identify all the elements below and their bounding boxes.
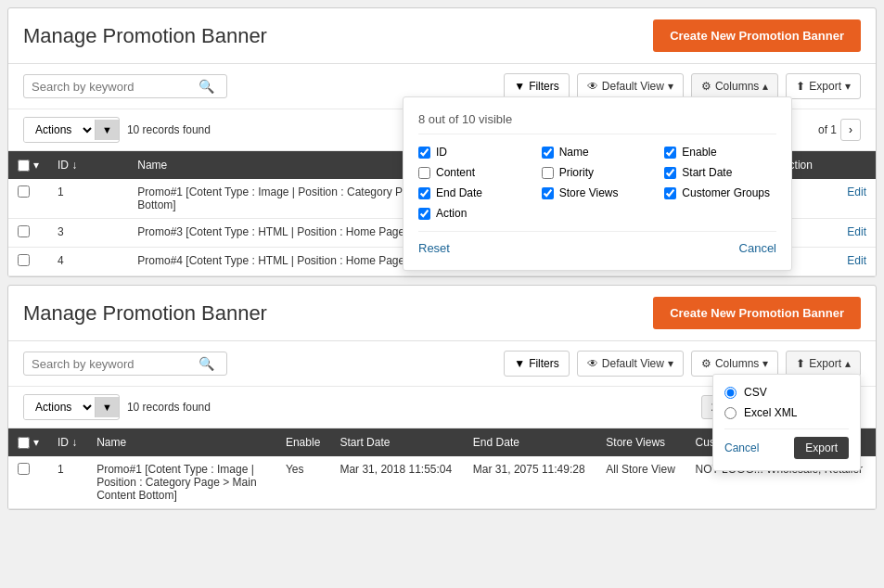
- col-checkbox-id[interactable]: [418, 147, 430, 159]
- create-banner-button-1[interactable]: Create New Promotion Banner: [653, 19, 861, 52]
- search-input-2[interactable]: [32, 357, 199, 371]
- search-box-1[interactable]: 🔍: [23, 74, 227, 98]
- col-item-enable[interactable]: Enable: [664, 146, 776, 159]
- th-store-views-2: Store Views: [596, 428, 685, 456]
- th-name-2: Name: [87, 428, 276, 456]
- edit-link-1[interactable]: Edit: [847, 185, 866, 198]
- columns-dropdown-actions: Reset Cancel: [418, 231, 776, 255]
- td-check-2: [8, 456, 48, 509]
- col-label-id: ID: [436, 146, 447, 159]
- row-checkbox-1[interactable]: [18, 185, 30, 198]
- col-item-priority[interactable]: Priority: [542, 166, 654, 179]
- upload-icon-1: ⬆: [796, 80, 805, 93]
- col-item-name[interactable]: Name: [542, 146, 654, 159]
- filters-label-1: Filters: [529, 80, 559, 93]
- filters-button-2[interactable]: ▼ Filters: [504, 351, 570, 377]
- td-id-4: 4: [48, 248, 128, 276]
- do-export-button[interactable]: Export: [794, 437, 849, 459]
- search-icon-1[interactable]: 🔍: [199, 79, 214, 94]
- th-check-2: ▾: [8, 428, 48, 456]
- columns-button-2[interactable]: ⚙ Columns ▾: [691, 351, 778, 377]
- filter-icon-2: ▼: [514, 357, 525, 370]
- panel-1-header: Manage Promotion Banner Create New Promo…: [8, 8, 876, 64]
- td-enable-2-1: Yes: [276, 456, 330, 509]
- edit-link-3[interactable]: Edit: [847, 225, 866, 238]
- row-checkbox-3[interactable]: [18, 225, 30, 237]
- col-item-start-date[interactable]: Start Date: [664, 166, 776, 179]
- export-radio-csv[interactable]: [724, 387, 737, 399]
- col-checkbox-enable[interactable]: [664, 147, 676, 159]
- columns-grid: ID Name Enable Content Priority Start Da…: [418, 146, 776, 220]
- eye-icon-1: 👁: [587, 80, 598, 93]
- select-all-checkbox-2[interactable]: [18, 437, 30, 449]
- col-item-customer-groups[interactable]: Customer Groups: [664, 186, 776, 199]
- td-id-2-1: 1: [48, 456, 87, 509]
- actions-select-1[interactable]: Actions ▼: [23, 117, 120, 143]
- export-radio-excel[interactable]: [724, 407, 737, 419]
- col-checkbox-name[interactable]: [542, 147, 554, 159]
- col-label-name: Name: [559, 146, 589, 159]
- col-checkbox-customer-groups[interactable]: [664, 187, 676, 199]
- actions-dropdown-1[interactable]: Actions: [24, 118, 95, 142]
- col-item-store-views[interactable]: Store Views: [542, 186, 654, 199]
- filters-label-2: Filters: [529, 357, 559, 370]
- search-box-2[interactable]: 🔍: [23, 352, 227, 376]
- chevron-up-icon-2: ▴: [845, 357, 851, 370]
- th-end-date-2: End Date: [464, 428, 596, 456]
- col-checkbox-start-date[interactable]: [664, 167, 676, 179]
- export-dropdown-buttons: Cancel Export: [724, 428, 849, 459]
- export-button-2[interactable]: ⬆ Export ▴: [786, 351, 861, 377]
- td-end-date-2-1: Mar 31, 2075 11:49:28: [464, 456, 596, 509]
- td-check: [8, 219, 48, 248]
- export-button-1[interactable]: ⬆ Export ▾: [786, 73, 861, 99]
- actions-arrow-2[interactable]: ▼: [95, 397, 119, 417]
- panel-2-title: Manage Promotion Banner: [23, 301, 267, 326]
- td-check: [8, 248, 48, 276]
- columns-dropdown: 8 out of 10 visible ID Name Enable Conte…: [403, 96, 792, 271]
- cancel-export-button[interactable]: Cancel: [724, 441, 759, 454]
- col-item-id[interactable]: ID: [418, 146, 531, 159]
- cancel-columns-link[interactable]: Cancel: [739, 241, 776, 255]
- select-all-checkbox-1[interactable]: [18, 160, 30, 172]
- col-checkbox-action[interactable]: [418, 208, 430, 220]
- filters-button-1[interactable]: ▼ Filters: [504, 73, 570, 99]
- row-checkbox-4[interactable]: [18, 254, 30, 266]
- td-id-1: 1: [48, 179, 128, 219]
- row-checkbox-2-1[interactable]: [18, 463, 30, 475]
- eye-icon-2: 👁: [587, 357, 598, 370]
- export-label-1: Export: [809, 80, 841, 93]
- td-name-2-1: Promo#1 [Cotent Type : Image | Position …: [87, 456, 276, 509]
- create-banner-button-2[interactable]: Create New Promotion Banner: [653, 297, 861, 329]
- col-checkbox-store-views[interactable]: [542, 187, 554, 199]
- check-arrow-1: ▾: [33, 159, 39, 172]
- col-checkbox-priority[interactable]: [542, 167, 554, 179]
- col-item-action[interactable]: Action: [418, 207, 531, 220]
- default-view-button-1[interactable]: 👁 Default View ▾: [577, 73, 684, 99]
- filter-icon-1: ▼: [514, 80, 525, 93]
- chevron-up-icon-1: ▴: [762, 80, 768, 93]
- next-page-button-1[interactable]: ›: [840, 119, 861, 141]
- columns-label-1: Columns: [715, 80, 759, 93]
- export-option-excel: Excel XML: [724, 406, 849, 419]
- actions-dropdown-2[interactable]: Actions: [24, 395, 95, 419]
- export-label-excel: Excel XML: [744, 406, 797, 419]
- reset-columns-link[interactable]: Reset: [418, 241, 450, 255]
- actions-select-2[interactable]: Actions ▼: [23, 394, 120, 420]
- th-id-1: ID ↓: [48, 151, 128, 179]
- actions-arrow-1[interactable]: ▼: [95, 120, 119, 140]
- default-view-button-2[interactable]: 👁 Default View ▾: [577, 351, 684, 377]
- search-icon-2[interactable]: 🔍: [199, 356, 214, 371]
- col-checkbox-end-date[interactable]: [418, 187, 430, 199]
- gear-icon-2: ⚙: [701, 357, 711, 370]
- panel-1: Manage Promotion Banner Create New Promo…: [7, 7, 877, 277]
- chevron-down-icon-4: ▾: [762, 357, 768, 370]
- col-item-content[interactable]: Content: [418, 166, 531, 179]
- col-item-end-date[interactable]: End Date: [418, 186, 531, 199]
- td-check: [8, 179, 48, 219]
- col-checkbox-content[interactable]: [418, 167, 430, 179]
- page-of-1: of 1: [818, 123, 837, 136]
- th-start-date-2: Start Date: [330, 428, 463, 456]
- columns-button-1[interactable]: ⚙ Columns ▴: [691, 73, 778, 99]
- edit-link-4[interactable]: Edit: [847, 254, 866, 267]
- search-input-1[interactable]: [32, 80, 199, 94]
